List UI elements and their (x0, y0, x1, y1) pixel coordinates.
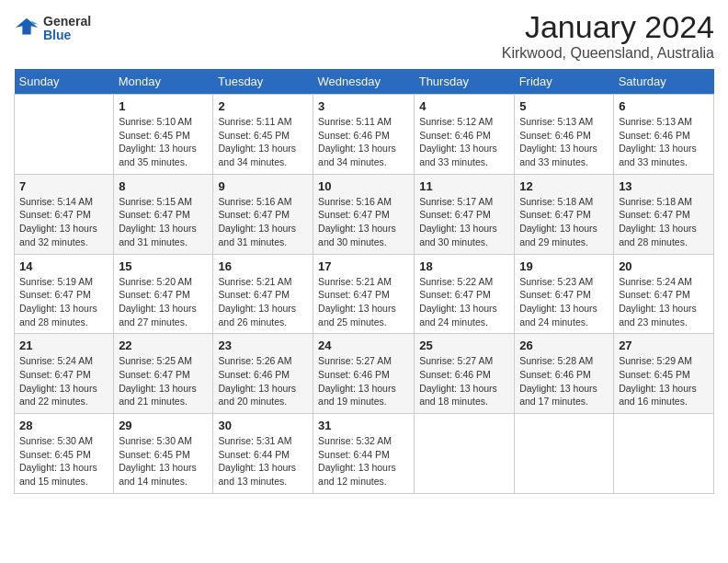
day-info: Sunrise: 5:32 AM Sunset: 6:44 PM Dayligh… (318, 434, 409, 488)
daylight-text: Daylight: 13 hours and 24 minutes. (419, 303, 497, 327)
daylight-text: Daylight: 13 hours and 13 minutes. (218, 462, 296, 487)
calendar-cell (15, 95, 114, 175)
calendar-cell: 16 Sunrise: 5:21 AM Sunset: 6:47 PM Dayl… (213, 254, 313, 334)
calendar-cell: 21 Sunrise: 5:24 AM Sunset: 6:47 PM Dayl… (15, 334, 114, 414)
sunrise-text: Sunrise: 5:28 AM (519, 355, 593, 366)
day-info: Sunrise: 5:28 AM Sunset: 6:46 PM Dayligh… (519, 354, 609, 408)
sunrise-text: Sunrise: 5:22 AM (419, 276, 493, 287)
day-number: 6 (619, 99, 709, 113)
sunrise-text: Sunrise: 5:30 AM (19, 435, 93, 446)
sunset-text: Sunset: 6:47 PM (519, 209, 591, 220)
day-number: 3 (318, 99, 409, 113)
daylight-text: Daylight: 13 hours and 30 minutes. (419, 223, 497, 247)
calendar-week-row: 14 Sunrise: 5:19 AM Sunset: 6:47 PM Dayl… (15, 254, 714, 334)
svg-marker-0 (16, 18, 38, 35)
daylight-text: Daylight: 13 hours and 20 minutes. (218, 383, 296, 408)
sunset-text: Sunset: 6:47 PM (519, 289, 591, 300)
sunset-text: Sunset: 6:45 PM (19, 449, 91, 460)
sunset-text: Sunset: 6:45 PM (119, 130, 190, 141)
sunrise-text: Sunrise: 5:27 AM (318, 355, 392, 366)
day-number: 28 (19, 419, 108, 432)
daylight-text: Daylight: 13 hours and 24 minutes. (519, 303, 597, 327)
daylight-text: Daylight: 13 hours and 17 minutes. (519, 383, 597, 408)
weekday-header-monday: Monday (114, 69, 213, 95)
day-info: Sunrise: 5:15 AM Sunset: 6:47 PM Dayligh… (119, 195, 208, 249)
sunset-text: Sunset: 6:47 PM (218, 209, 290, 220)
day-info: Sunrise: 5:17 AM Sunset: 6:47 PM Dayligh… (419, 195, 509, 249)
day-info: Sunrise: 5:18 AM Sunset: 6:47 PM Dayligh… (619, 195, 709, 249)
day-info: Sunrise: 5:21 AM Sunset: 6:47 PM Dayligh… (218, 275, 308, 329)
sunrise-text: Sunrise: 5:21 AM (318, 276, 392, 287)
sunset-text: Sunset: 6:45 PM (619, 369, 690, 380)
sunset-text: Sunset: 6:47 PM (19, 289, 91, 300)
daylight-text: Daylight: 13 hours and 28 minutes. (619, 223, 697, 247)
calendar-cell: 17 Sunrise: 5:21 AM Sunset: 6:47 PM Dayl… (313, 254, 415, 334)
day-number: 23 (218, 339, 308, 352)
day-info: Sunrise: 5:21 AM Sunset: 6:47 PM Dayligh… (318, 275, 409, 329)
day-number: 16 (218, 259, 308, 273)
sunset-text: Sunset: 6:47 PM (619, 289, 690, 300)
calendar-cell: 28 Sunrise: 5:30 AM Sunset: 6:45 PM Dayl… (15, 414, 114, 494)
sunrise-text: Sunrise: 5:27 AM (419, 355, 493, 366)
day-info: Sunrise: 5:11 AM Sunset: 6:46 PM Dayligh… (318, 115, 409, 169)
daylight-text: Daylight: 13 hours and 15 minutes. (19, 462, 97, 487)
sunset-text: Sunset: 6:44 PM (218, 449, 290, 460)
day-info: Sunrise: 5:25 AM Sunset: 6:47 PM Dayligh… (119, 354, 208, 408)
sunrise-text: Sunrise: 5:23 AM (519, 276, 593, 287)
sunrise-text: Sunrise: 5:10 AM (119, 116, 192, 127)
day-info: Sunrise: 5:24 AM Sunset: 6:47 PM Dayligh… (19, 354, 108, 408)
logo-general: General (43, 15, 91, 29)
daylight-text: Daylight: 13 hours and 18 minutes. (419, 383, 497, 408)
daylight-text: Daylight: 13 hours and 16 minutes. (619, 383, 697, 408)
sunset-text: Sunset: 6:46 PM (619, 130, 690, 141)
sunset-text: Sunset: 6:45 PM (218, 130, 290, 141)
calendar-cell: 23 Sunrise: 5:26 AM Sunset: 6:46 PM Dayl… (213, 334, 313, 414)
sunrise-text: Sunrise: 5:29 AM (619, 355, 692, 366)
sunset-text: Sunset: 6:46 PM (419, 369, 491, 380)
day-number: 17 (318, 259, 409, 273)
day-number: 7 (19, 179, 108, 193)
calendar-cell: 9 Sunrise: 5:16 AM Sunset: 6:47 PM Dayli… (213, 174, 313, 254)
sunset-text: Sunset: 6:47 PM (19, 209, 91, 220)
day-number: 1 (119, 99, 208, 113)
day-info: Sunrise: 5:23 AM Sunset: 6:47 PM Dayligh… (519, 275, 609, 329)
logo-blue: Blue (43, 29, 91, 42)
sunset-text: Sunset: 6:46 PM (218, 369, 290, 380)
calendar-cell: 4 Sunrise: 5:12 AM Sunset: 6:46 PM Dayli… (415, 95, 515, 175)
day-number: 5 (519, 99, 609, 113)
daylight-text: Daylight: 13 hours and 33 minutes. (519, 143, 597, 167)
calendar-cell: 2 Sunrise: 5:11 AM Sunset: 6:45 PM Dayli… (213, 95, 313, 175)
sunset-text: Sunset: 6:47 PM (318, 289, 390, 300)
weekday-header-sunday: Sunday (15, 69, 114, 95)
sunrise-text: Sunrise: 5:31 AM (218, 435, 291, 446)
sunset-text: Sunset: 6:47 PM (119, 209, 190, 220)
weekday-header-thursday: Thursday (415, 69, 515, 95)
day-info: Sunrise: 5:22 AM Sunset: 6:47 PM Dayligh… (419, 275, 509, 329)
sunset-text: Sunset: 6:46 PM (318, 369, 390, 380)
calendar-cell: 13 Sunrise: 5:18 AM Sunset: 6:47 PM Dayl… (614, 174, 714, 254)
day-number: 11 (419, 179, 509, 193)
day-info: Sunrise: 5:30 AM Sunset: 6:45 PM Dayligh… (19, 434, 108, 488)
day-number: 12 (519, 179, 609, 193)
sunset-text: Sunset: 6:46 PM (519, 369, 591, 380)
day-info: Sunrise: 5:11 AM Sunset: 6:45 PM Dayligh… (218, 115, 308, 169)
calendar-cell: 29 Sunrise: 5:30 AM Sunset: 6:45 PM Dayl… (114, 414, 213, 494)
sunrise-text: Sunrise: 5:14 AM (19, 196, 93, 207)
day-info: Sunrise: 5:12 AM Sunset: 6:46 PM Dayligh… (419, 115, 509, 169)
logo-bird-icon (14, 16, 40, 41)
day-number: 30 (218, 419, 308, 432)
day-info: Sunrise: 5:20 AM Sunset: 6:47 PM Dayligh… (119, 275, 208, 329)
daylight-text: Daylight: 13 hours and 34 minutes. (218, 143, 296, 167)
daylight-text: Daylight: 13 hours and 21 minutes. (119, 383, 197, 408)
title-area: January 2024 Kirkwood, Queensland, Austr… (502, 9, 714, 62)
day-number: 29 (119, 419, 208, 432)
sunset-text: Sunset: 6:47 PM (218, 289, 290, 300)
sunrise-text: Sunrise: 5:18 AM (519, 196, 593, 207)
calendar-week-row: 7 Sunrise: 5:14 AM Sunset: 6:47 PM Dayli… (15, 174, 714, 254)
sunset-text: Sunset: 6:47 PM (318, 209, 390, 220)
calendar-cell: 25 Sunrise: 5:27 AM Sunset: 6:46 PM Dayl… (415, 334, 515, 414)
day-number: 19 (519, 259, 609, 273)
calendar-cell: 11 Sunrise: 5:17 AM Sunset: 6:47 PM Dayl… (415, 174, 515, 254)
sunrise-text: Sunrise: 5:19 AM (19, 276, 93, 287)
sunrise-text: Sunrise: 5:24 AM (19, 355, 93, 366)
